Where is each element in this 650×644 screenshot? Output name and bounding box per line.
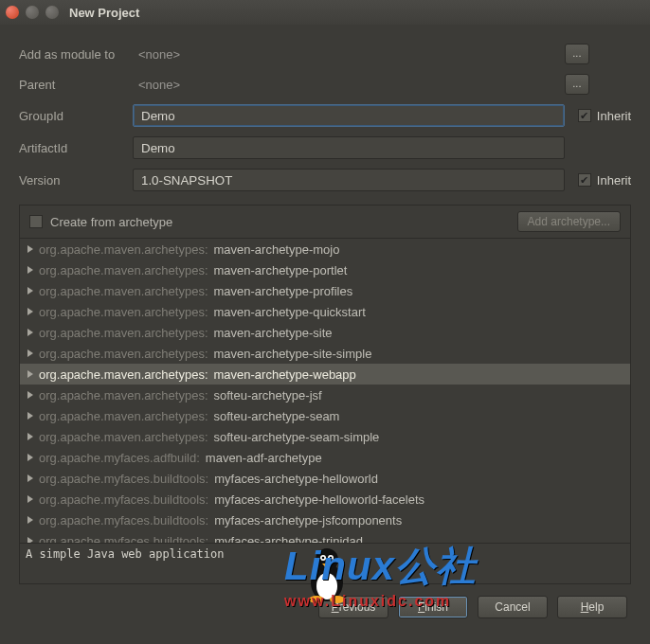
archetype-row[interactable]: org.apache.maven.archetypes:maven-archet… xyxy=(20,259,630,280)
checkbox-checked-icon: ✔ xyxy=(578,173,591,187)
archetype-prefix: org.apache.myfaces.buildtools: xyxy=(39,534,208,544)
artifact-id-input[interactable] xyxy=(133,136,565,159)
group-id-label: GroupId xyxy=(19,109,133,123)
help-button[interactable]: Help xyxy=(557,596,627,618)
expand-arrow-icon[interactable] xyxy=(27,391,33,399)
close-icon[interactable] xyxy=(6,6,19,19)
expand-arrow-icon[interactable] xyxy=(27,433,33,440)
archetype-name: maven-archetype-portlet xyxy=(214,263,348,277)
archetype-row[interactable]: org.apache.myfaces.buildtools:myfaces-ar… xyxy=(20,489,630,510)
archetype-bar: Create from archetype Add archetype... xyxy=(19,205,631,238)
archetype-prefix: org.apache.maven.archetypes: xyxy=(39,326,208,340)
archetype-prefix: org.apache.maven.archetypes: xyxy=(39,242,208,257)
archetype-name: myfaces-archetype-helloworld-facelets xyxy=(214,492,424,507)
archetype-prefix: org.apache.maven.archetypes: xyxy=(39,388,208,402)
minimize-icon[interactable] xyxy=(26,6,39,19)
expand-arrow-icon[interactable] xyxy=(27,308,33,315)
archetype-row[interactable]: org.apache.maven.archetypes:maven-archet… xyxy=(20,322,630,343)
archetype-name: myfaces-archetype-jsfcomponents xyxy=(214,513,402,528)
archetype-tree[interactable]: org.apache.maven.archetypes:maven-archet… xyxy=(19,238,631,543)
archetype-prefix: org.apache.maven.archetypes: xyxy=(39,430,208,444)
expand-arrow-icon[interactable] xyxy=(27,329,33,336)
expand-arrow-icon[interactable] xyxy=(27,495,33,503)
archetype-prefix: org.apache.myfaces.buildtools: xyxy=(39,492,208,507)
add-archetype-button[interactable]: Add archetype... xyxy=(517,211,621,232)
archetype-name: maven-archetype-mojo xyxy=(214,242,340,257)
titlebar: New Project xyxy=(0,0,650,25)
expand-arrow-icon[interactable] xyxy=(27,516,33,524)
archetype-name: maven-archetype-webapp xyxy=(214,367,356,382)
archetype-row[interactable]: org.apache.maven.archetypes:softeu-arche… xyxy=(20,426,630,447)
expand-arrow-icon[interactable] xyxy=(27,349,33,357)
previous-button[interactable]: Previous xyxy=(318,596,388,618)
create-from-archetype-label: Create from archetype xyxy=(50,215,172,229)
archetype-row[interactable]: org.apache.maven.archetypes:maven-archet… xyxy=(20,239,630,259)
archetype-name: myfaces-archetype-trinidad xyxy=(214,534,363,544)
version-input[interactable] xyxy=(133,169,565,191)
version-inherit[interactable]: ✔ Inherit xyxy=(578,173,631,188)
dialog-button-row: Previous Finish Cancel Help xyxy=(19,596,631,618)
group-id-input[interactable] xyxy=(133,104,565,127)
parent-value: <none> xyxy=(133,78,565,92)
archetype-name: maven-adf-archetype xyxy=(206,451,322,465)
archetype-name: softeu-archetype-seam-simple xyxy=(214,430,380,444)
archetype-prefix: org.apache.myfaces.buildtools: xyxy=(39,513,208,528)
expand-arrow-icon[interactable] xyxy=(27,412,33,420)
group-id-inherit[interactable]: ✔ Inherit xyxy=(578,109,631,123)
archetype-prefix: org.apache.myfaces.buildtools: xyxy=(39,472,208,486)
archetype-prefix: org.apache.maven.archetypes: xyxy=(39,347,208,361)
checkbox-checked-icon: ✔ xyxy=(578,109,591,122)
archetype-prefix: org.apache.maven.archetypes: xyxy=(39,284,208,298)
archetype-prefix: org.apache.maven.archetypes: xyxy=(39,409,208,423)
archetype-prefix: org.apache.maven.archetypes: xyxy=(39,305,208,319)
archetype-name: softeu-archetype-seam xyxy=(214,409,340,423)
archetype-name: maven-archetype-site-simple xyxy=(214,347,372,361)
archetype-row[interactable]: org.apache.maven.archetypes:maven-archet… xyxy=(20,364,630,385)
finish-button[interactable]: Finish xyxy=(398,596,468,618)
archetype-description: A simple Java web application xyxy=(19,543,631,584)
add-as-module-value: <none> xyxy=(133,47,565,62)
version-label: Version xyxy=(19,173,133,188)
archetype-prefix: org.apache.maven.archetypes: xyxy=(39,263,208,277)
archetype-row[interactable]: org.apache.maven.archetypes:maven-archet… xyxy=(20,343,630,364)
archetype-row[interactable]: org.apache.myfaces.adfbuild:maven-adf-ar… xyxy=(20,447,630,468)
archetype-prefix: org.apache.myfaces.adfbuild: xyxy=(39,451,200,465)
expand-arrow-icon[interactable] xyxy=(27,537,33,543)
cancel-button[interactable]: Cancel xyxy=(478,596,548,618)
expand-arrow-icon[interactable] xyxy=(27,454,33,461)
archetype-row[interactable]: org.apache.myfaces.buildtools:myfaces-ar… xyxy=(20,510,630,530)
archetype-name: maven-archetype-profiles xyxy=(214,284,353,298)
create-from-archetype-checkbox[interactable] xyxy=(29,215,43,228)
archetype-name: maven-archetype-site xyxy=(214,326,333,340)
archetype-row[interactable]: org.apache.maven.archetypes:softeu-arche… xyxy=(20,385,630,405)
window-title: New Project xyxy=(69,6,139,20)
maximize-icon[interactable] xyxy=(45,6,59,19)
expand-arrow-icon[interactable] xyxy=(27,474,33,482)
archetype-name: softeu-archetype-jsf xyxy=(214,388,322,402)
expand-arrow-icon[interactable] xyxy=(27,266,33,274)
archetype-row[interactable]: org.apache.myfaces.buildtools:myfaces-ar… xyxy=(20,530,630,543)
add-as-module-browse-button[interactable]: ... xyxy=(565,44,589,64)
add-as-module-label: Add as module to xyxy=(19,47,133,62)
expand-arrow-icon[interactable] xyxy=(27,370,33,378)
archetype-row[interactable]: org.apache.maven.archetypes:maven-archet… xyxy=(20,301,630,322)
inherit-label: Inherit xyxy=(597,173,631,188)
archetype-prefix: org.apache.maven.archetypes: xyxy=(39,367,208,382)
archetype-name: maven-archetype-quickstart xyxy=(214,305,366,319)
parent-label: Parent xyxy=(19,78,133,92)
archetype-row[interactable]: org.apache.myfaces.buildtools:myfaces-ar… xyxy=(20,468,630,489)
expand-arrow-icon[interactable] xyxy=(27,245,33,253)
archetype-row[interactable]: org.apache.maven.archetypes:maven-archet… xyxy=(20,280,630,301)
artifact-id-label: ArtifactId xyxy=(19,141,133,155)
parent-browse-button[interactable]: ... xyxy=(565,74,589,95)
inherit-label: Inherit xyxy=(597,109,631,123)
archetype-name: myfaces-archetype-helloworld xyxy=(214,472,378,486)
archetype-row[interactable]: org.apache.maven.archetypes:softeu-arche… xyxy=(20,405,630,426)
expand-arrow-icon[interactable] xyxy=(27,287,33,295)
